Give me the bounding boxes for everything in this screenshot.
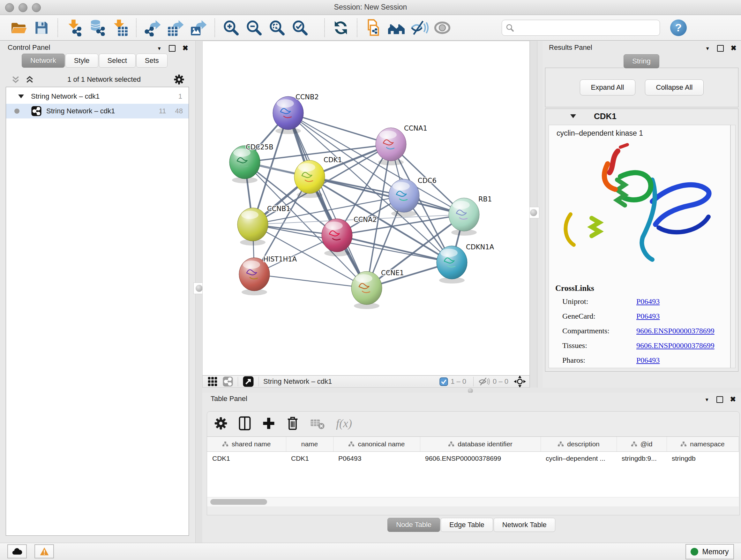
import-database-button[interactable]	[88, 18, 106, 37]
network-node-hist1h1a[interactable]	[239, 258, 270, 295]
table-cell[interactable]: stringdb	[667, 452, 738, 465]
refresh-button[interactable]	[332, 18, 350, 37]
crosslink-link[interactable]: P06493	[636, 297, 660, 306]
panel-float-icon[interactable]	[169, 45, 176, 52]
tree-expand-icon[interactable]	[18, 95, 24, 98]
gear-icon[interactable]	[174, 74, 185, 85]
tab-style[interactable]: Style	[65, 54, 98, 68]
crosslink-link[interactable]: 9606.ENSP00000378699	[636, 341, 715, 350]
hide-panels-button[interactable]	[410, 18, 428, 37]
panel-float-icon[interactable]	[717, 396, 723, 403]
results-scrollbar[interactable]	[731, 125, 736, 368]
column-header-id[interactable]: @id	[616, 437, 667, 452]
tab-sets[interactable]: Sets	[136, 54, 167, 68]
export-network-button[interactable]	[143, 18, 162, 37]
pan-crosshair-icon[interactable]	[514, 375, 526, 388]
column-header-shared-name[interactable]: shared name	[207, 437, 286, 452]
entry-collapse-icon[interactable]	[570, 114, 576, 118]
table-cell[interactable]: cyclin–dependent ...	[541, 452, 616, 465]
network-node-ccnb1[interactable]	[238, 208, 268, 246]
table-hscroll-thumb[interactable]	[210, 499, 267, 505]
import-table-button[interactable]	[111, 18, 129, 37]
zoom-selected-button[interactable]	[291, 18, 309, 37]
tab-node-table[interactable]: Node Table	[387, 518, 440, 532]
network-node-ccna1[interactable]	[376, 128, 406, 165]
search-field[interactable]	[502, 20, 660, 36]
panel-close-icon[interactable]: ✖	[730, 395, 736, 403]
crosslink-link[interactable]: 9606.ENSP00000378699	[636, 327, 715, 335]
zoom-fit-button[interactable]	[268, 18, 286, 37]
panel-collapse-icon[interactable]: ▼	[157, 46, 162, 51]
table-cell[interactable]: P06493	[333, 452, 420, 465]
cloud-button[interactable]	[7, 544, 27, 558]
panel-close-icon[interactable]: ✖	[731, 44, 737, 52]
tab-select[interactable]: Select	[99, 54, 136, 68]
home-button[interactable]	[387, 18, 406, 37]
crosslink-link[interactable]: P06493	[636, 312, 660, 320]
import-network-button[interactable]	[65, 18, 83, 37]
table-hscrollbar[interactable]	[207, 497, 739, 506]
network-node-cdc25b[interactable]	[229, 145, 260, 183]
panel-collapse-icon[interactable]: ▼	[704, 397, 710, 402]
search-input[interactable]	[514, 23, 656, 32]
column-header-description[interactable]: description	[541, 437, 616, 452]
table-gear-icon[interactable]	[214, 417, 227, 430]
collapse-all-icon[interactable]	[11, 75, 20, 84]
hidden-eye-icon[interactable]	[478, 377, 490, 386]
table-cell[interactable]: 9606.ENSP00000378699	[420, 452, 541, 465]
expand-all-button[interactable]: Expand All	[580, 79, 635, 96]
column-header-name[interactable]: name	[286, 437, 333, 452]
column-header-canonical-name[interactable]: canonical name	[333, 437, 420, 452]
zoom-in-button[interactable]	[222, 18, 240, 37]
show-panel-button[interactable]	[433, 18, 452, 37]
crosslink-link[interactable]: P06493	[636, 356, 660, 365]
delete-table-icon[interactable]	[310, 417, 325, 430]
tab-network[interactable]: Network	[22, 54, 65, 68]
add-column-icon[interactable]	[262, 417, 275, 430]
network-collection-row[interactable]: String Network – cdk1 1	[6, 87, 189, 104]
expand-all-icon[interactable]	[25, 75, 35, 84]
save-session-button[interactable]	[32, 18, 51, 37]
clone-network-button[interactable]	[364, 18, 383, 37]
selected-checkbox-icon[interactable]	[440, 377, 448, 386]
export-image-button[interactable]	[189, 18, 208, 37]
birdseye-view-icon[interactable]	[243, 376, 254, 387]
bottom-splitter[interactable]	[202, 388, 741, 393]
network-row[interactable]: String Network – cdk1 11 48	[6, 104, 189, 118]
network-canvas[interactable]: CCNB2CCNA1CDC25BCDK1CDC6RB1CCNB1CCNA2CDK…	[202, 41, 530, 375]
help-button[interactable]: ?	[670, 19, 687, 36]
table-cell[interactable]: CDK1	[286, 452, 333, 465]
export-table-button[interactable]	[166, 18, 185, 37]
control-panel-title: Control Panel	[8, 44, 50, 52]
table-cell[interactable]: CDK1	[207, 452, 286, 465]
network-node-ccne1[interactable]	[351, 271, 382, 309]
network-graph[interactable]: CCNB2CCNA1CDC25BCDK1CDC6RB1CCNB1CCNA2CDK…	[203, 41, 529, 375]
collapse-all-button[interactable]: Collapse All	[645, 79, 704, 96]
window-title: Session: New Session	[0, 3, 741, 11]
panel-collapse-icon[interactable]: ▼	[705, 46, 710, 51]
network-node-cdkn1a[interactable]	[436, 246, 467, 284]
open-session-button[interactable]	[9, 18, 28, 37]
tab-string[interactable]: String	[623, 54, 659, 68]
column-header-namespace[interactable]: namespace	[667, 437, 738, 452]
toolbar-separator	[473, 377, 474, 386]
panel-float-icon[interactable]	[717, 45, 724, 52]
function-builder-icon[interactable]: f(x)	[336, 417, 352, 430]
column-header-database-identifier[interactable]: database identifier	[420, 437, 541, 452]
delete-column-icon[interactable]	[286, 416, 299, 431]
table-cell[interactable]: stringdb:9...	[616, 452, 667, 465]
network-view-icon[interactable]	[222, 376, 233, 387]
zoom-out-button[interactable]	[245, 18, 263, 37]
warnings-button[interactable]	[35, 544, 54, 558]
tab-network-table[interactable]: Network Table	[494, 518, 555, 532]
network-node-ccnb2[interactable]	[273, 97, 304, 134]
network-node-rb1[interactable]	[449, 198, 479, 236]
table-card: f(x) shared namenamecanonical namedataba…	[207, 411, 740, 515]
grid-view-icon[interactable]	[207, 376, 218, 387]
tab-edge-table[interactable]: Edge Table	[441, 518, 493, 532]
memory-button[interactable]: Memory	[685, 544, 734, 559]
title-bar[interactable]: Session: New Session	[0, 0, 741, 15]
table-row[interactable]: CDK1CDK1P064939606.ENSP00000378699cyclin…	[207, 452, 738, 465]
show-columns-icon[interactable]	[239, 416, 251, 431]
panel-close-icon[interactable]: ✖	[183, 44, 188, 52]
